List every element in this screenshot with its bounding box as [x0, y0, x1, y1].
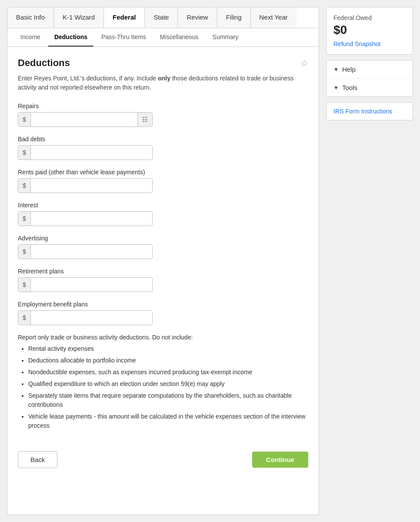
help-chevron-icon: ▼	[333, 66, 339, 73]
help-label: Help	[342, 66, 356, 73]
field-group-retirement-plans: Retirement plans$	[18, 268, 308, 292]
list-icon-btn-repairs[interactable]: ☷	[137, 113, 152, 126]
sub-nav: IncomeDeductionsPass-Thru ItemsMiscellan…	[7, 28, 319, 47]
irs-section: IRS Form Instructions	[326, 102, 413, 120]
sidebar: Federal Owed $0 Refund Snapshot ▼ Help ▼…	[326, 7, 413, 515]
form-card: Deductions ☆ Enter Reyes Point, Ltd.'s d…	[7, 47, 319, 515]
tools-label: Tools	[342, 84, 357, 91]
input-prefix-repairs: $	[18, 113, 31, 126]
fields-container: Repairs$☷Bad debts$Rents paid (other tha…	[18, 103, 308, 325]
back-button[interactable]: Back	[18, 451, 57, 468]
input-prefix-bad-debts: $	[18, 146, 31, 160]
input-advertising[interactable]	[31, 245, 152, 259]
input-wrapper-retirement-plans: $	[18, 277, 153, 292]
sub-tab-income[interactable]: Income	[14, 28, 47, 47]
input-prefix-advertising: $	[18, 245, 31, 259]
input-prefix-rents-paid: $	[18, 179, 31, 193]
info-section: Report only trade or business activity d…	[18, 334, 308, 430]
input-prefix-retirement-plans: $	[18, 278, 31, 292]
help-tools-section: ▼ Help ▼ Tools	[326, 60, 413, 97]
sub-tab-deductions[interactable]: Deductions	[48, 28, 93, 47]
top-nav: Basic InfoK-1 WizardFederalStateReviewFi…	[7, 7, 319, 28]
continue-button[interactable]: Continue	[252, 452, 308, 468]
field-label-bad-debts: Bad debts	[18, 136, 308, 143]
field-label-interest: Interest	[18, 202, 308, 209]
description-part1: Enter Reyes Point, Ltd.'s deductions, if…	[18, 75, 158, 82]
input-prefix-interest: $	[18, 212, 31, 226]
owed-box: Federal Owed $0 Refund Snapshot	[326, 7, 413, 55]
bullet-list: Rental activity expensesDeductions alloc…	[18, 344, 308, 430]
bullet-item: Separately state items that require sepa…	[28, 391, 308, 409]
top-tab-basic-info[interactable]: Basic Info	[7, 7, 54, 28]
input-prefix-employment-benefit-plans: $	[18, 311, 31, 325]
input-wrapper-interest: $	[18, 211, 153, 226]
top-tab-federal[interactable]: Federal	[104, 7, 145, 28]
star-icon[interactable]: ☆	[300, 58, 308, 68]
description-bold: only	[158, 75, 170, 82]
form-footer: Back Continue	[18, 444, 308, 468]
help-row[interactable]: ▼ Help	[327, 60, 413, 79]
field-label-employment-benefit-plans: Employment benefit plans	[18, 301, 308, 308]
sub-tab-summary[interactable]: Summary	[207, 28, 245, 47]
input-employment-benefit-plans[interactable]	[31, 311, 152, 325]
field-label-repairs: Repairs	[18, 103, 308, 110]
bullet-item: Vehicle lease payments - this amount wil…	[28, 412, 308, 430]
sub-tab-miscellaneous[interactable]: Miscellaneous	[154, 28, 205, 47]
sub-tab-pass-thru-items[interactable]: Pass-Thru Items	[95, 28, 152, 47]
field-group-rents-paid: Rents paid (other than vehicle lease pay…	[18, 169, 308, 193]
field-group-advertising: Advertising$	[18, 235, 308, 259]
owed-label: Federal Owed	[333, 14, 406, 21]
info-text: Report only trade or business activity d…	[18, 334, 308, 341]
tools-row[interactable]: ▼ Tools	[327, 79, 413, 96]
input-retirement-plans[interactable]	[31, 278, 152, 292]
top-tab-next-year[interactable]: Next Year	[251, 7, 297, 28]
field-label-rents-paid: Rents paid (other than vehicle lease pay…	[18, 169, 308, 176]
input-wrapper-repairs: $☷	[18, 112, 153, 127]
form-header: Deductions ☆	[18, 57, 308, 69]
field-label-retirement-plans: Retirement plans	[18, 268, 308, 275]
form-title: Deductions	[18, 57, 70, 69]
input-wrapper-employment-benefit-plans: $	[18, 310, 153, 325]
top-tab-k1-wizard[interactable]: K-1 Wizard	[54, 7, 104, 28]
top-tab-review[interactable]: Review	[178, 7, 217, 28]
input-wrapper-bad-debts: $	[18, 145, 153, 160]
input-repairs[interactable]	[31, 113, 137, 126]
input-bad-debts[interactable]	[31, 146, 152, 160]
tools-chevron-icon: ▼	[333, 85, 339, 91]
top-tab-state[interactable]: State	[145, 7, 178, 28]
field-group-interest: Interest$	[18, 202, 308, 226]
bullet-item: Qualified expenditure to which an electi…	[28, 379, 308, 389]
irs-form-instructions-link[interactable]: IRS Form Instructions	[327, 103, 413, 120]
input-wrapper-advertising: $	[18, 244, 153, 259]
field-group-bad-debts: Bad debts$	[18, 136, 308, 160]
field-label-advertising: Advertising	[18, 235, 308, 242]
top-tab-filing[interactable]: Filing	[217, 7, 251, 28]
refund-snapshot-link[interactable]: Refund Snapshot	[333, 40, 380, 47]
bullet-item: Deductions allocable to portfolio income	[28, 356, 308, 365]
bullet-item: Nondeductible expenses, such as expenses…	[28, 368, 308, 377]
input-interest[interactable]	[31, 212, 152, 226]
input-wrapper-rents-paid: $	[18, 178, 153, 193]
bullet-item: Rental activity expenses	[28, 344, 308, 353]
input-rents-paid[interactable]	[31, 179, 152, 193]
owed-amount: $0	[333, 23, 406, 37]
field-group-repairs: Repairs$☷	[18, 103, 308, 127]
form-description: Enter Reyes Point, Ltd.'s deductions, if…	[18, 74, 308, 92]
field-group-employment-benefit-plans: Employment benefit plans$	[18, 301, 308, 325]
